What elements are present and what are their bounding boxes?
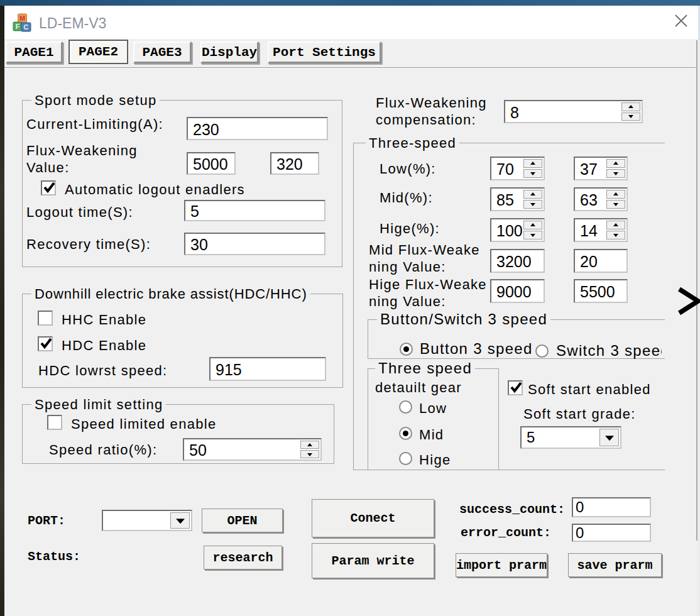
svg-text:C: C	[24, 23, 29, 31]
svg-text:F: F	[16, 23, 20, 30]
svg-text:M: M	[19, 14, 25, 22]
